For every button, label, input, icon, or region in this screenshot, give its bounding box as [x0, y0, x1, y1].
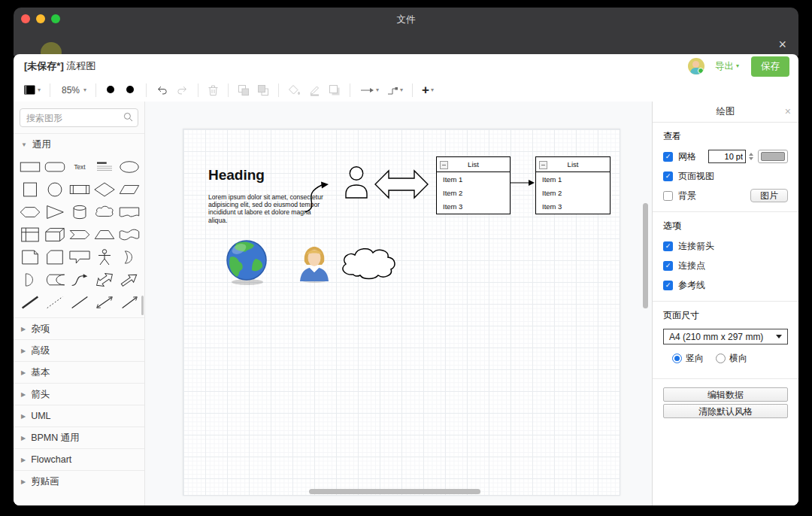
shape-dotted-line[interactable]: [43, 293, 68, 311]
shape-card[interactable]: [43, 248, 68, 266]
sidebar-section-uml[interactable]: ▶UML: [14, 405, 144, 426]
connection-style-button[interactable]: ▾: [356, 84, 383, 96]
globe-clipart[interactable]: [226, 239, 269, 286]
shape-cloud[interactable]: [92, 203, 117, 221]
collapse-icon[interactable]: [539, 161, 547, 169]
list-item[interactable]: Item 2: [437, 186, 510, 199]
grid-checkbox[interactable]: [663, 152, 673, 162]
shape-textbox[interactable]: [92, 158, 117, 176]
shadow-button[interactable]: [325, 83, 344, 98]
sidebar-scrollbar[interactable]: [141, 296, 144, 315]
shape-rectangle[interactable]: [18, 158, 43, 176]
zoom-in-button[interactable]: [102, 83, 121, 98]
zoom-out-button[interactable]: [121, 83, 141, 98]
shape-curve[interactable]: [68, 271, 92, 289]
close-icon[interactable]: ×: [778, 38, 786, 51]
shape-bidirectional-arrow[interactable]: [92, 271, 117, 289]
landscape-radio[interactable]: 横向: [716, 352, 747, 365]
shape-directional-connector[interactable]: [117, 293, 141, 311]
shape-hexagon[interactable]: [18, 203, 43, 221]
vertical-scrollbar[interactable]: [643, 203, 648, 308]
double-arrow-shape[interactable]: [374, 168, 429, 200]
sidebar-section-arrows[interactable]: ▶箭头: [14, 383, 144, 405]
shape-text[interactable]: Text: [68, 158, 92, 176]
shape-internal-storage[interactable]: [18, 226, 43, 244]
fill-color-button[interactable]: [284, 83, 304, 98]
shape-rounded-rectangle[interactable]: [43, 158, 68, 176]
shape-step[interactable]: [68, 226, 92, 244]
shape-document[interactable]: [117, 203, 141, 221]
view-format-panel-button[interactable]: ▾: [20, 83, 44, 97]
shape-plain-line[interactable]: [68, 293, 92, 311]
shape-process[interactable]: [68, 181, 92, 199]
save-button[interactable]: 保存: [751, 56, 789, 77]
sidebar-section-bpmn[interactable]: ▶BPMN 通用: [14, 426, 144, 448]
export-button[interactable]: 导出 ▾: [715, 60, 739, 73]
user-avatar[interactable]: [688, 58, 704, 74]
shape-square[interactable]: [18, 181, 43, 199]
redo-button[interactable]: [172, 83, 192, 97]
shape-bidirectional-connector[interactable]: [92, 293, 117, 311]
clear-default-style-button[interactable]: 清除默认风格: [663, 404, 788, 418]
close-panel-icon[interactable]: ×: [785, 105, 791, 117]
shape-callout[interactable]: [68, 248, 92, 266]
list-shape-1[interactable]: List Item 1 Item 2 Item 3: [436, 156, 511, 214]
sidebar-section-general[interactable]: ▼ 通用: [14, 133, 144, 155]
list-shape-2[interactable]: List Item 1 Item 2 Item 3: [535, 156, 611, 214]
background-image-button[interactable]: 图片: [750, 189, 788, 202]
grid-color-button[interactable]: [758, 150, 788, 163]
horizontal-scrollbar[interactable]: [309, 489, 480, 494]
guides-checkbox[interactable]: [663, 281, 673, 290]
edit-data-button[interactable]: 编辑数据: [663, 387, 788, 402]
grid-size-input[interactable]: [708, 150, 746, 163]
curved-arrow-connector[interactable]: [302, 179, 340, 215]
list-item[interactable]: Item 1: [536, 172, 610, 186]
shape-triangle[interactable]: [43, 203, 68, 221]
connection-points-checkbox[interactable]: [663, 261, 673, 271]
waypoint-style-button[interactable]: ▾: [383, 83, 407, 97]
shape-parallelogram[interactable]: [117, 181, 141, 199]
page-size-select[interactable]: A4 (210 mm x 297 mm): [663, 329, 788, 345]
list-item[interactable]: Item 1: [437, 172, 510, 186]
sidebar-section-flowchart[interactable]: ▶Flowchart: [14, 448, 144, 470]
sidebar-section-advanced[interactable]: ▶高级: [14, 339, 144, 361]
portrait-radio[interactable]: 竖向: [672, 352, 704, 365]
shape-circle[interactable]: [43, 181, 68, 199]
line-color-button[interactable]: [304, 83, 325, 98]
shape-tape[interactable]: [117, 226, 141, 244]
to-back-button[interactable]: [253, 83, 273, 98]
list-header[interactable]: List: [536, 157, 610, 172]
shape-cube[interactable]: [43, 226, 68, 244]
shape-ellipse[interactable]: [117, 158, 141, 176]
shape-line[interactable]: [18, 293, 43, 311]
to-front-button[interactable]: [234, 83, 253, 98]
sidebar-section-misc[interactable]: ▶杂项: [14, 317, 144, 339]
shape-actor[interactable]: [92, 248, 117, 266]
shape-and[interactable]: [18, 271, 43, 289]
undo-button[interactable]: [152, 83, 172, 97]
page-view-checkbox[interactable]: [663, 171, 673, 181]
collapse-icon[interactable]: [440, 161, 448, 169]
heading-text-shape[interactable]: Heading: [208, 167, 265, 184]
cloud-shape[interactable]: [338, 241, 401, 280]
woman-clipart[interactable]: [298, 245, 331, 283]
background-checkbox[interactable]: [663, 191, 673, 201]
person-outline-shape[interactable]: [344, 165, 368, 199]
connector-arrow[interactable]: [510, 178, 535, 188]
canvas[interactable]: Heading Lorem ipsum dolor sit amet, cons…: [145, 102, 652, 505]
shape-arrow[interactable]: [117, 271, 141, 289]
delete-button[interactable]: [204, 83, 223, 98]
shape-or[interactable]: [117, 248, 141, 266]
search-input[interactable]: [20, 108, 138, 127]
zoom-level-dropdown[interactable]: 85% ▾: [56, 83, 90, 97]
connection-arrows-checkbox[interactable]: [663, 241, 673, 251]
list-item[interactable]: Item 3: [437, 200, 510, 214]
insert-button[interactable]: + ▾: [418, 83, 438, 97]
list-item[interactable]: Item 2: [536, 186, 610, 199]
sidebar-section-clipart[interactable]: ▶剪贴画: [14, 470, 144, 492]
shape-trapezoid[interactable]: [92, 226, 117, 244]
shape-diamond[interactable]: [92, 181, 117, 199]
shape-note[interactable]: [18, 248, 43, 266]
diagram-page[interactable]: Heading Lorem ipsum dolor sit amet, cons…: [183, 129, 620, 496]
sidebar-section-basic[interactable]: ▶基本: [14, 361, 144, 383]
